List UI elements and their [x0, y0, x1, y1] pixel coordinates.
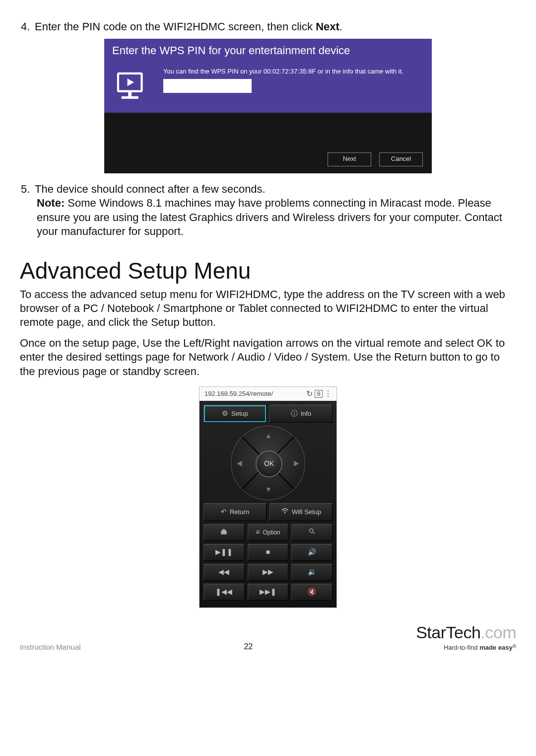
- return-label: Return: [230, 508, 249, 517]
- wps-pin-input[interactable]: [163, 79, 252, 93]
- monitor-play-icon: [112, 68, 154, 110]
- next-button[interactable]: Next: [328, 152, 371, 166]
- logo-text-2: .com: [480, 623, 516, 642]
- dpad: ▲ ▼ ◀ ▶ OK: [231, 426, 305, 500]
- skip-forward-button[interactable]: ▶▶❚: [248, 584, 289, 601]
- url-text: 192.168.59.254/remote/: [202, 390, 304, 398]
- step-4-number: 4.: [21, 20, 35, 34]
- paragraph-1: To access the advanced setup menu for WI…: [20, 288, 516, 329]
- dpad-left[interactable]: ◀: [237, 459, 242, 468]
- option-label: Option: [263, 529, 280, 536]
- mute-button[interactable]: 🔇: [291, 584, 333, 601]
- step-5-line1: The device should connect after a few se…: [35, 183, 266, 195]
- gear-icon: ⚙: [222, 409, 228, 418]
- skip-back-icon: ❚◀◀: [215, 588, 232, 597]
- svg-point-7: [310, 529, 314, 533]
- step-4-text-b: .: [339, 20, 342, 33]
- return-button[interactable]: ↶ Return: [203, 503, 267, 521]
- play-pause-icon: ▶❚❚: [215, 548, 233, 557]
- skip-back-button[interactable]: ❚◀◀: [203, 584, 245, 601]
- dpad-right[interactable]: ▶: [294, 459, 299, 468]
- setup-button[interactable]: ⚙ Setup: [203, 405, 267, 423]
- info-icon: ⓘ: [291, 409, 298, 418]
- section-heading: Advanced Setup Menu: [20, 256, 516, 286]
- info-label: Info: [301, 410, 312, 418]
- step-4-bold: Next: [316, 20, 339, 33]
- dpad-down[interactable]: ▼: [265, 485, 272, 494]
- info-button[interactable]: ⓘ Info: [269, 405, 333, 423]
- step-5-note-body: Some Windows 8.1 machines may have probl…: [37, 197, 502, 237]
- wps-dialog-title: Enter the WPS PIN for your entertainment…: [104, 39, 432, 63]
- search-button[interactable]: [291, 524, 333, 541]
- wps-hint-text: You can find the WPS PIN on your 00:02:7…: [163, 68, 424, 76]
- virtual-remote-screenshot: 192.168.59.254/remote/ ↻ 8 ⋮ ⚙ Setup ⓘ I…: [199, 386, 337, 608]
- volume-down-icon: 🔉: [308, 568, 316, 577]
- logo-tag-a: Hard-to-find: [444, 644, 479, 651]
- home-button[interactable]: [203, 524, 245, 541]
- svg-line-8: [313, 532, 315, 534]
- fast-forward-icon: ▶▶: [263, 568, 273, 577]
- registered-mark: ®: [513, 644, 516, 649]
- browser-address-bar: 192.168.59.254/remote/ ↻ 8 ⋮: [200, 387, 336, 401]
- volume-up-icon: 🔊: [308, 548, 316, 557]
- volume-down-button[interactable]: 🔉: [291, 564, 333, 581]
- rewind-icon: ◀◀: [218, 568, 229, 577]
- wifi-label: Wifi Setup: [292, 508, 321, 517]
- cancel-button[interactable]: Cancel: [379, 152, 423, 166]
- step-5: 5.The device should connect after a few …: [20, 182, 516, 238]
- logo-text-1: StarTech: [416, 623, 480, 642]
- skip-forward-icon: ▶▶❚: [260, 588, 276, 597]
- step-5-number: 5.: [21, 182, 35, 196]
- rewind-button[interactable]: ◀◀: [203, 564, 245, 581]
- dpad-up[interactable]: ▲: [265, 432, 272, 441]
- volume-up-button[interactable]: 🔊: [291, 544, 333, 561]
- page-footer: Instruction Manual 22 StarTech.com Hard-…: [20, 622, 516, 652]
- step-4-text-a: Enter the PIN code on the WIFI2HDMC scre…: [35, 20, 316, 33]
- stop-icon: ■: [266, 548, 270, 557]
- tabs-icon[interactable]: 8: [315, 390, 323, 398]
- setup-label: Setup: [231, 410, 248, 418]
- dpad-ok-button[interactable]: OK: [256, 451, 282, 477]
- svg-point-6: [284, 512, 286, 514]
- wifi-icon: [281, 508, 289, 517]
- startech-logo: StarTech.com Hard-to-find made easy®: [416, 622, 516, 652]
- menu-dots-icon[interactable]: ⋮: [323, 390, 334, 398]
- home-icon: [220, 528, 228, 537]
- search-icon: [308, 528, 316, 537]
- option-button[interactable]: ≡ Option: [248, 524, 289, 541]
- logo-tag-b: made easy: [479, 644, 513, 651]
- wifi-setup-button[interactable]: Wifi Setup: [269, 503, 333, 521]
- page-number: 22: [81, 642, 416, 652]
- footer-left: Instruction Manual: [20, 642, 81, 652]
- stop-button[interactable]: ■: [248, 544, 289, 561]
- mute-icon: 🔇: [308, 588, 316, 597]
- menu-icon: ≡: [256, 528, 260, 537]
- return-icon: ↶: [221, 508, 227, 517]
- step-4: 4.Enter the PIN code on the WIFI2HDMC sc…: [20, 20, 516, 34]
- svg-rect-3: [122, 96, 138, 99]
- refresh-icon[interactable]: ↻: [304, 390, 315, 398]
- fast-forward-button[interactable]: ▶▶: [248, 564, 289, 581]
- play-pause-button[interactable]: ▶❚❚: [203, 544, 245, 561]
- wps-dialog: Enter the WPS PIN for your entertainment…: [104, 39, 432, 173]
- paragraph-2: Once on the setup page, Use the Left/Rig…: [20, 336, 516, 378]
- step-5-note-label: Note:: [37, 197, 65, 209]
- svg-marker-1: [128, 78, 134, 86]
